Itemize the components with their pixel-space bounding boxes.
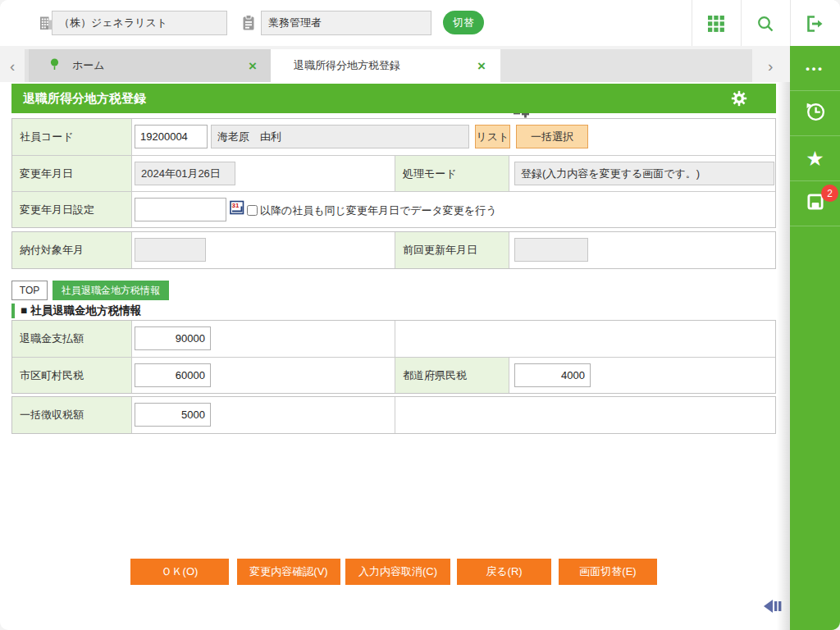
process-mode-field: 登録(入力内容を変更する画面です。): [514, 162, 774, 185]
tabs-scroll-right-icon[interactable]: ›: [768, 58, 773, 74]
lump-sum-tax-row: 一括徴収税額: [12, 397, 775, 433]
tabs-scroll-left-icon[interactable]: ‹: [10, 58, 15, 74]
tab-active-close-icon[interactable]: ×: [477, 59, 486, 73]
notification-badge: 2: [821, 185, 838, 202]
tab-home-label: ホーム: [72, 58, 105, 73]
role-field[interactable]: 業務管理者: [261, 11, 431, 35]
process-mode-label: 処理モード: [395, 156, 509, 191]
topbar-divider: [790, 0, 791, 46]
star-icon: ★: [806, 148, 824, 169]
back-button[interactable]: 戻る(R): [457, 559, 551, 585]
payment-month-row: 納付対象年月 前回更新年月日: [12, 232, 775, 268]
retirement-payment-row: 退職金支払額: [12, 321, 775, 357]
switch-screen-button[interactable]: 画面切替(E): [559, 559, 657, 585]
payment-month-label: 納付対象年月: [12, 232, 132, 268]
prefectural-tax-label: 都道府県民税: [395, 358, 509, 393]
row-divider: [395, 321, 395, 357]
apps-grid-icon[interactable]: [706, 14, 726, 34]
tax-amounts-table: 退職金支払額 市区町村民税 都道府県民税: [11, 320, 776, 394]
apply-following-checkbox-label: 以降の社員も同じ変更年月日でデータ変更を行う: [260, 203, 496, 218]
retirement-payment-input[interactable]: [135, 326, 211, 350]
list-button[interactable]: リスト: [475, 125, 510, 148]
prefectural-tax-input[interactable]: [514, 363, 591, 387]
page-title: 退職所得分地方税登録: [23, 91, 146, 107]
switch-button[interactable]: 切替: [443, 11, 484, 34]
ellipsis-icon: •••: [806, 62, 824, 75]
right-sidebar: ••• ★ 2: [790, 46, 840, 630]
change-date-row: 変更年月日 2024年01月26日 処理モード 登録(入力内容を変更する画面です…: [12, 155, 775, 191]
cancel-input-button[interactable]: 入力内容取消(C): [345, 559, 450, 585]
tab-bar: ‹ ホーム × 退職所得分地方税登録 × ›: [0, 46, 790, 82]
lump-sum-tax-label: 一括徴収税額: [12, 397, 132, 433]
history-clock-icon: [804, 100, 827, 126]
municipal-tax-label: 市区町村民税: [12, 358, 132, 393]
pin-icon: [48, 57, 61, 74]
lump-sum-tax-input[interactable]: [135, 403, 211, 427]
confirm-changes-button[interactable]: 変更内容確認(V): [237, 559, 340, 585]
section-heading: ■ 社員退職金地方税情報: [11, 304, 141, 318]
tab-active[interactable]: 退職所得分地方税登録 ×: [271, 49, 500, 82]
payment-month-field: [135, 238, 206, 262]
change-date-setting-row: 変更年月日設定 31 以降の社員も同じ変更年月日でデータ変更を行う: [12, 191, 775, 227]
more-menu-button[interactable]: •••: [790, 46, 840, 91]
employee-code-input[interactable]: [135, 125, 208, 148]
payment-info-table: 納付対象年月 前回更新年月日: [11, 231, 776, 269]
company-field[interactable]: （株）ジェネラリスト: [52, 11, 227, 35]
svg-text:31: 31: [232, 202, 240, 209]
retirement-payment-label: 退職金支払額: [12, 321, 132, 357]
section-anchor-button[interactable]: 社員退職金地方税情報: [52, 281, 169, 300]
change-date-setting-input[interactable]: [135, 198, 226, 221]
lump-sum-table: 一括徴収税額: [11, 396, 776, 434]
ok-button[interactable]: ＯＫ(O): [130, 559, 229, 585]
municipal-tax-row: 市区町村民税 都道府県民税: [12, 357, 775, 393]
employee-code-row: 社員コード 海老原 由利 リスト 一括選択: [12, 119, 775, 155]
top-anchor-button[interactable]: TOP: [11, 281, 48, 300]
favorites-button[interactable]: ★: [790, 136, 840, 181]
last-updated-label: 前回更新年月日: [395, 232, 509, 268]
apply-following-checkbox[interactable]: [247, 205, 258, 216]
settings-gear-icon[interactable]: [730, 89, 748, 111]
change-date-field: 2024年01月26日: [135, 162, 235, 185]
search-icon[interactable]: [756, 14, 775, 34]
row-divider: [395, 397, 395, 433]
collapse-left-arrow-icon[interactable]: [763, 599, 783, 617]
calendar-icon[interactable]: 31: [230, 200, 244, 218]
employee-name-field: 海老原 由利: [211, 125, 469, 148]
section-heading-text: ■ 社員退職金地方税情報: [21, 304, 141, 318]
tab-active-label: 退職所得分地方税登録: [294, 58, 400, 73]
top-bar: （株）ジェネラリスト 業務管理者 切替: [0, 0, 840, 46]
logout-icon[interactable]: [805, 14, 824, 34]
change-date-label: 変更年月日: [12, 156, 132, 191]
topbar-divider: [741, 0, 742, 46]
content-edge-shadow: [777, 82, 790, 630]
bulk-select-button[interactable]: 一括選択: [516, 125, 588, 148]
application-window: （株）ジェネラリスト 業務管理者 切替 ‹ ホーム × 退職: [0, 0, 840, 630]
municipal-tax-input[interactable]: [135, 363, 211, 387]
section-heading-bar: [11, 304, 15, 318]
last-updated-field: [514, 238, 588, 262]
notifications-button[interactable]: 2: [790, 181, 840, 226]
employee-code-label: 社員コード: [12, 119, 132, 155]
history-button[interactable]: [790, 91, 840, 136]
change-date-setting-label: 変更年月日設定: [12, 192, 132, 227]
role-icon: [241, 14, 256, 35]
tab-home[interactable]: ホーム ×: [29, 49, 271, 82]
page-header: 退職所得分地方税登録: [11, 84, 776, 113]
topbar-divider: [692, 0, 692, 46]
employee-info-table: 社員コード 海老原 由利 リスト 一括選択 変更年月日 2024年01月26日 …: [11, 118, 776, 228]
tab-home-close-icon[interactable]: ×: [249, 59, 257, 73]
